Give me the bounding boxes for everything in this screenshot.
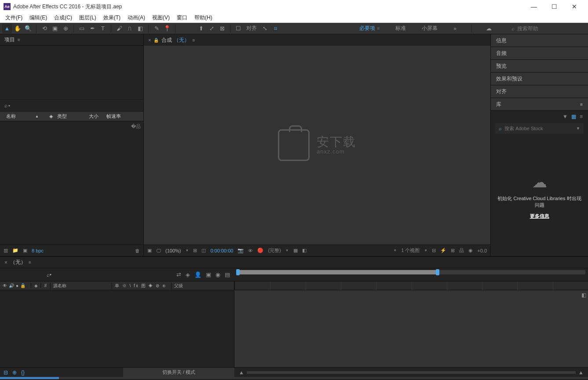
source-name-column[interactable]: 源名称 (50, 283, 112, 289)
library-search[interactable]: ⌕ ▼ (495, 123, 584, 134)
resolution-icon[interactable]: ⊞ (193, 248, 197, 253)
workspace-small[interactable]: 小屏幕 (418, 25, 441, 32)
workspace-standard[interactable]: 标准 (392, 25, 409, 32)
timeline-icon[interactable]: ⊞ (451, 248, 455, 253)
show-snapshot-icon[interactable]: 👁 (248, 248, 253, 253)
project-tab[interactable]: 项目 (4, 36, 15, 44)
always-preview-icon[interactable]: ▣ (147, 248, 152, 253)
help-search-input[interactable] (517, 26, 552, 32)
flowchart-icon[interactable]: �品 (131, 123, 141, 130)
comp-marker-icon[interactable]: ◧ (581, 292, 586, 298)
current-time[interactable]: 0:00:00:00 (210, 248, 233, 253)
new-folder-icon[interactable]: 📁 (12, 248, 18, 253)
toggle-brackets-icon[interactable]: {} (21, 369, 25, 376)
timeline-zoom-slider[interactable]: ▲ ▲ (234, 369, 588, 376)
toggle-transfer-icon[interactable]: ⊕ (12, 369, 17, 376)
view-layout[interactable]: 1 个视图 (401, 247, 420, 254)
snapshot-icon[interactable]: 📷 (237, 248, 244, 253)
lock-icon[interactable]: 🔒 (153, 38, 159, 43)
camera-tool[interactable]: ▣ (50, 24, 60, 33)
time-ruler[interactable] (234, 281, 588, 290)
reset-exposure-icon[interactable]: ◉ (468, 248, 473, 253)
panel-preview[interactable]: 预览 (491, 60, 588, 73)
delete-icon[interactable]: 🗑 (135, 248, 140, 253)
lib-grid-view-icon[interactable]: ▦ (571, 113, 576, 120)
fast-preview-icon[interactable]: ⚡ (440, 248, 446, 253)
timeline-panel-menu-icon[interactable]: ≡ (29, 260, 31, 265)
label-column-icon[interactable]: ◈ (31, 283, 40, 288)
library-search-input[interactable] (504, 126, 573, 131)
channel-icon[interactable]: 🔴 (257, 248, 263, 253)
graph-editor-icon[interactable]: ▤ (225, 271, 230, 278)
menu-composition[interactable]: 合成(C) (51, 13, 75, 22)
type-tool[interactable]: T (98, 24, 108, 33)
pixel-aspect-icon[interactable]: ⊟ (432, 248, 436, 253)
snap-option-icon[interactable]: ⤡ (260, 24, 270, 33)
magnification-icon[interactable]: 🖵 (156, 248, 161, 253)
pan-behind-tool[interactable]: ⊕ (61, 24, 70, 33)
motion-blur-icon[interactable]: ◉ (215, 271, 220, 278)
roi-icon[interactable]: ◫ (201, 248, 206, 253)
project-panel-menu-icon[interactable]: ≡ (18, 37, 21, 42)
menu-effect[interactable]: 效果(T) (101, 13, 123, 22)
snap-checkbox[interactable]: ☐ (234, 24, 243, 33)
close-button[interactable]: ✕ (564, 0, 584, 13)
project-item-list[interactable]: �品 (0, 121, 143, 245)
timeline-navigator[interactable] (234, 268, 588, 281)
workspace-essentials[interactable]: 必要项≡ (356, 25, 383, 32)
timeline-layer-list[interactable] (0, 290, 234, 367)
toggle-switches-modes-button[interactable]: 切换开关 / 模式 (123, 368, 234, 377)
navigator-end-handle[interactable] (436, 269, 439, 275)
exposure-value[interactable]: +0.0 (477, 248, 487, 253)
puppet-tool[interactable]: 📍 (162, 24, 172, 33)
hand-tool[interactable]: ✋ (13, 24, 22, 33)
lib-search-dropdown-icon[interactable]: ▼ (576, 126, 580, 131)
panel-effects-presets[interactable]: 效果和预设 (491, 73, 588, 85)
zoom-tool[interactable]: 🔍 (23, 24, 33, 33)
toggle-switches-icon[interactable]: ⊟ (4, 369, 8, 376)
menu-view[interactable]: 视图(V) (150, 13, 172, 22)
interpret-footage-icon[interactable]: ▥ (4, 248, 8, 253)
menu-animation[interactable]: 动画(A) (125, 13, 148, 22)
close-tab-icon[interactable]: × (4, 259, 7, 266)
menu-window[interactable]: 窗口 (174, 13, 190, 22)
menu-file[interactable]: 文件(F) (3, 13, 25, 22)
comp-panel-menu-icon[interactable]: ≡ (192, 38, 195, 43)
lib-dropdown-icon[interactable]: ▼ (562, 113, 568, 120)
transparency-grid-icon[interactable]: ▦ (293, 248, 298, 253)
rectangle-tool[interactable]: ▭ (77, 24, 87, 33)
timeline-search[interactable]: ⌕▾ (47, 272, 51, 278)
panel-library[interactable]: 库 ≡ (491, 98, 588, 111)
menu-layer[interactable]: 图层(L) (77, 13, 99, 22)
draft-3d-icon[interactable]: ◈ (186, 271, 190, 278)
zoom-value[interactable]: (100%) (165, 248, 181, 253)
composition-viewer[interactable]: 安下载 anxz.com (144, 46, 490, 245)
hide-shy-icon[interactable]: 👤 (194, 271, 201, 278)
new-comp-icon[interactable]: ▣ (23, 248, 27, 253)
solo-column-icon[interactable]: ● (16, 283, 18, 288)
menu-help[interactable]: 帮助(H) (192, 13, 215, 22)
frame-blend-icon[interactable]: ▣ (206, 271, 211, 278)
more-info-link[interactable]: 更多信息 (530, 213, 549, 219)
workspace-more[interactable]: » (450, 26, 460, 32)
mask-icon[interactable]: ◧ (302, 248, 307, 253)
timeline-track-area[interactable]: ◧ (234, 290, 588, 367)
axis-world-icon[interactable]: ⤢ (207, 24, 216, 33)
eraser-tool[interactable]: ◧ (135, 24, 145, 33)
orbit-tool[interactable]: ⟲ (40, 24, 49, 33)
axis-local-icon[interactable]: ⬆ (196, 24, 206, 33)
brush-tool[interactable]: 🖌 (114, 24, 124, 33)
menu-edit[interactable]: 编辑(E) (27, 13, 50, 22)
roto-brush-tool[interactable]: ✎ (152, 24, 161, 33)
project-search[interactable]: ⌕▾ (0, 99, 143, 112)
selection-tool[interactable]: ▲ (2, 24, 12, 33)
clone-stamp-tool[interactable]: ⎍ (125, 24, 135, 33)
flowchart-icon[interactable]: 品 (459, 247, 464, 254)
help-search[interactable]: ⌕ (511, 26, 586, 32)
snap-grid-icon[interactable]: ⌗ (270, 24, 280, 33)
resolution-label[interactable]: (完整) (268, 247, 281, 254)
audio-column-icon[interactable]: 🔊 (9, 283, 14, 288)
library-panel-menu-icon[interactable]: ≡ (580, 102, 583, 107)
panel-align[interactable]: 对齐 (491, 85, 588, 98)
lock-column-icon[interactable]: 🔒 (20, 283, 26, 288)
